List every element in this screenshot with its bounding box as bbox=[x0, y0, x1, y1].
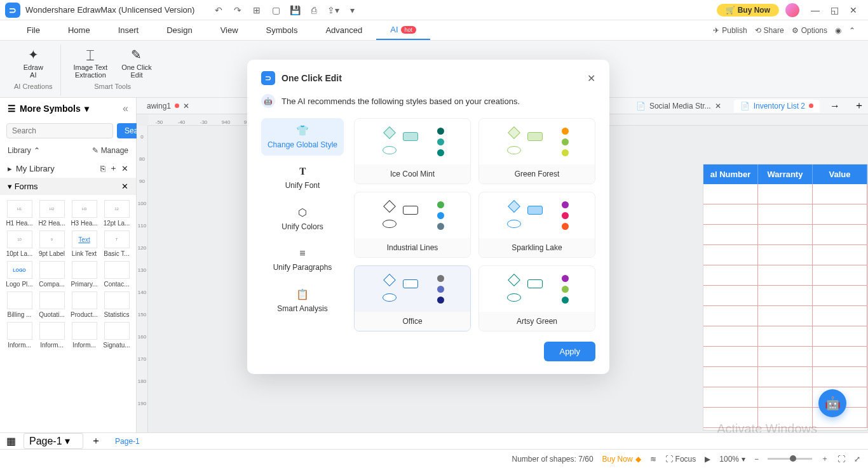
fit-page-icon[interactable]: ⛶ bbox=[837, 455, 845, 464]
style-card-ice-cool-mint[interactable]: Ice Cool Mint bbox=[354, 118, 471, 184]
shape-item[interactable]: TBasic T... bbox=[102, 231, 131, 257]
tab-close-icon[interactable]: ✕ bbox=[715, 102, 721, 110]
manage-link[interactable]: ✎ Manage bbox=[92, 146, 128, 155]
table-row[interactable] bbox=[703, 347, 867, 367]
table-row[interactable] bbox=[703, 306, 867, 326]
style-card-office[interactable]: Office bbox=[354, 265, 471, 331]
table-row[interactable] bbox=[703, 184, 867, 204]
open-icon[interactable]: ▢ bbox=[271, 5, 281, 15]
shape-item[interactable]: Contac... bbox=[102, 261, 131, 288]
shape-item[interactable]: Primary... bbox=[70, 261, 98, 288]
table-row[interactable] bbox=[703, 286, 867, 306]
shape-item[interactable]: Quotati... bbox=[37, 291, 66, 318]
menu-design[interactable]: Design bbox=[153, 20, 206, 40]
style-card-artsy-green[interactable]: Artsy Green bbox=[478, 265, 595, 331]
style-card-green-forest[interactable]: Green Forest bbox=[478, 118, 595, 184]
undo-icon[interactable]: ↶ bbox=[214, 5, 224, 15]
page-add-icon[interactable]: ＋ bbox=[91, 434, 101, 448]
shape-item[interactable]: H1H1 Hea... bbox=[5, 200, 34, 227]
layers-icon[interactable]: ≋ bbox=[650, 455, 656, 464]
tab-next-icon[interactable]: → bbox=[826, 100, 844, 112]
more-icon[interactable]: ▾ bbox=[347, 5, 357, 15]
shape-item[interactable]: Inform... bbox=[70, 322, 98, 349]
mylib-close-icon[interactable]: ✕ bbox=[121, 164, 128, 173]
table-row[interactable] bbox=[703, 326, 867, 347]
status-buy-now[interactable]: Buy Now ◆ bbox=[602, 455, 641, 464]
doc-tab-drawing1[interactable]: awing1✕ bbox=[140, 100, 196, 112]
options-button[interactable]: ⚙ Options bbox=[792, 26, 827, 35]
forms-close-icon[interactable]: ✕ bbox=[121, 182, 128, 191]
page-tab-1[interactable]: Page-1 bbox=[109, 434, 146, 448]
doc-tab-social[interactable]: 📄 Social Media Str...✕ bbox=[630, 100, 728, 112]
mylib-action1-icon[interactable]: ⎘ bbox=[100, 164, 105, 173]
opt-unify-colors[interactable]: ⬡Unify Colors bbox=[261, 200, 344, 237]
redo-icon[interactable]: ↷ bbox=[233, 5, 243, 15]
notification-icon[interactable]: ◉ bbox=[835, 26, 841, 35]
expand-mylib-icon[interactable]: ▸ bbox=[8, 164, 12, 173]
save-icon[interactable]: 💾 bbox=[290, 5, 300, 15]
table-row[interactable] bbox=[703, 225, 867, 245]
shape-item[interactable]: H3H3 Hea... bbox=[70, 200, 98, 227]
shape-item[interactable]: Inform... bbox=[37, 322, 66, 349]
close-button[interactable]: ✕ bbox=[844, 1, 863, 19]
table-row[interactable] bbox=[703, 204, 867, 225]
menu-advanced[interactable]: Advanced bbox=[311, 20, 376, 40]
page-grid-icon[interactable]: ▦ bbox=[6, 435, 16, 447]
table-row[interactable] bbox=[703, 367, 867, 387]
shape-item[interactable]: Billing ... bbox=[5, 291, 34, 318]
table-row[interactable] bbox=[703, 245, 867, 265]
play-icon[interactable]: ▶ bbox=[705, 455, 710, 464]
ai-chat-fab[interactable]: 🤖 bbox=[818, 389, 846, 417]
style-card-sparkling-lake[interactable]: Sparkling Lake bbox=[478, 192, 595, 258]
panel-title[interactable]: ☰ More Symbols▾ bbox=[8, 104, 89, 114]
edraw-ai-button[interactable]: ✦ Edraw AI bbox=[18, 44, 48, 81]
mylib-add-icon[interactable]: ＋ bbox=[109, 163, 118, 174]
opt-smart-analysis[interactable]: 📋Smart Analysis bbox=[261, 282, 344, 319]
image-text-extraction-button[interactable]: ⌶ Image Text Extraction bbox=[69, 44, 113, 81]
shape-item[interactable]: Product... bbox=[70, 291, 98, 318]
share-button[interactable]: ⟲ Share bbox=[755, 26, 784, 35]
zoom-level[interactable]: 100% ▾ bbox=[719, 455, 745, 464]
tab-add-icon[interactable]: ＋ bbox=[850, 99, 868, 112]
menu-file[interactable]: File bbox=[13, 20, 54, 40]
doc-tab-inventory[interactable]: 📄 Inventory List 2 bbox=[734, 100, 820, 112]
menu-home[interactable]: Home bbox=[54, 20, 104, 40]
tab-close-icon[interactable]: ✕ bbox=[183, 102, 189, 110]
my-library-label[interactable]: My Library bbox=[16, 164, 55, 173]
opt-change-global-style[interactable]: 👕Change Global Style bbox=[261, 118, 344, 156]
shape-item[interactable]: Signatu... bbox=[102, 322, 131, 349]
shape-item[interactable]: Inform... bbox=[5, 322, 34, 349]
buy-now-button[interactable]: 🛒 Buy Now bbox=[717, 4, 779, 17]
shape-item[interactable]: 1010pt La... bbox=[5, 231, 34, 257]
opt-unify-paragraphs[interactable]: ≡Unify Paragraphs bbox=[261, 241, 344, 278]
zoom-out-icon[interactable]: − bbox=[754, 455, 759, 464]
forms-section[interactable]: ▾ Forms bbox=[8, 182, 37, 191]
shape-item[interactable]: LOGOLogo Pl... bbox=[5, 261, 34, 288]
collapse-panel-icon[interactable]: « bbox=[123, 103, 128, 114]
shape-item[interactable]: 99pt Label bbox=[37, 231, 66, 257]
shape-item[interactable]: TextLink Text bbox=[70, 231, 98, 257]
shape-item[interactable]: H2H2 Hea... bbox=[37, 200, 66, 227]
table-row[interactable] bbox=[703, 265, 867, 286]
menu-view[interactable]: View bbox=[207, 20, 252, 40]
zoom-in-icon[interactable]: ＋ bbox=[821, 453, 829, 464]
print-icon[interactable]: ⎙ bbox=[309, 5, 319, 15]
table-object[interactable]: al Number Warranty Value bbox=[703, 164, 868, 431]
library-link[interactable]: Library ⌃ bbox=[8, 146, 40, 155]
user-avatar[interactable] bbox=[785, 3, 799, 17]
opt-unify-font[interactable]: 𝐓Unify Font bbox=[261, 159, 344, 196]
export-icon[interactable]: ⇪▾ bbox=[328, 5, 338, 15]
apply-button[interactable]: Apply bbox=[544, 342, 595, 361]
minimize-button[interactable]: — bbox=[806, 1, 825, 19]
shape-item[interactable]: Statistics bbox=[102, 291, 131, 318]
maximize-button[interactable]: ◱ bbox=[825, 1, 844, 19]
collapse-ribbon-icon[interactable]: ⌃ bbox=[849, 26, 855, 35]
one-click-edit-button[interactable]: ✎ One Click Edit bbox=[116, 44, 157, 81]
menu-symbols[interactable]: Symbols bbox=[252, 20, 312, 40]
shape-item[interactable]: 1212pt La... bbox=[102, 200, 131, 227]
menu-ai[interactable]: AIhot bbox=[376, 20, 430, 40]
zoom-slider[interactable] bbox=[768, 458, 812, 460]
menu-insert[interactable]: Insert bbox=[104, 20, 153, 40]
page-select[interactable]: Page-1 ▾ bbox=[24, 433, 83, 449]
modal-close-button[interactable]: ✕ bbox=[587, 72, 595, 84]
